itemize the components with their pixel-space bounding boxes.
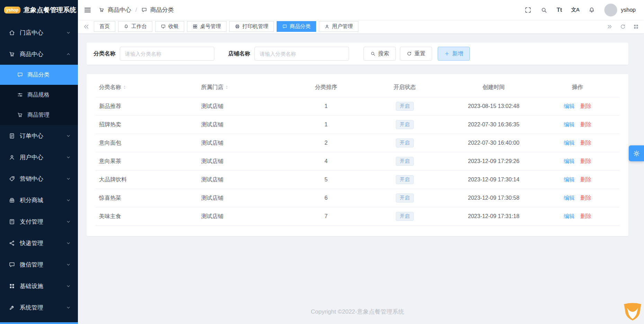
- sidebar-submenu: 商品分类 商品规格 商品管理: [0, 65, 78, 125]
- sidebar-item-order-center[interactable]: 订单中心: [0, 125, 78, 146]
- bell-icon[interactable]: [588, 7, 595, 14]
- cell-category-name: 招牌热卖: [96, 116, 198, 134]
- tab-home[interactable]: 首页: [94, 21, 115, 32]
- sidebar-item-label: 系统管理: [20, 304, 43, 312]
- sidebar-item-infrastructure[interactable]: 基础设施: [0, 275, 78, 297]
- table-row: 新品推荐 测试店铺 1 开启 2023-08-15 13:02:48 编辑删除: [96, 97, 619, 116]
- sidebar-item-payment-manage[interactable]: 支付管理: [0, 211, 78, 232]
- column-created: 创建时间: [452, 77, 536, 97]
- sort-carets-icon[interactable]: [123, 84, 127, 90]
- column-shop[interactable]: 所属门店: [198, 77, 295, 97]
- app-logo[interactable]: yshop 意象点餐管理系统: [0, 0, 78, 20]
- edit-link[interactable]: 编辑: [564, 195, 575, 201]
- sidebar-subitem-product-spec[interactable]: 商品规格: [0, 85, 78, 105]
- tabs-scroll-right-icon[interactable]: [607, 24, 613, 30]
- category-table-panel: 分类名称 所属门店 分类排序 开启状态 创建时间 操作: [87, 74, 628, 236]
- column-actions: 操作: [536, 77, 619, 97]
- table-header-row: 分类名称 所属门店 分类排序 开启状态 创建时间 操作: [96, 77, 619, 97]
- cell-created-time: 2023-12-09 17:31:18: [452, 207, 536, 226]
- reset-button[interactable]: 重置: [400, 47, 432, 61]
- sidebar-item-system-manage[interactable]: 系统管理: [0, 297, 78, 318]
- sidebar-item-points-mall[interactable]: 积分商城: [0, 189, 78, 211]
- delete-link[interactable]: 删除: [580, 103, 591, 109]
- sidebar-subitem-product-category[interactable]: 商品分类: [0, 65, 78, 85]
- printer-icon: [235, 24, 240, 29]
- column-label: 所属门店: [201, 84, 223, 90]
- tabs-menu-icon[interactable]: [633, 24, 639, 30]
- sidebar-item-marketing-center[interactable]: 营销中心: [0, 168, 78, 189]
- breadcrumb-current: 商品分类: [150, 6, 174, 14]
- tabs-scroll-left-icon[interactable]: [83, 23, 90, 30]
- sidebar-subitem-product-manage[interactable]: 商品管理: [0, 105, 78, 125]
- edit-link[interactable]: 编辑: [564, 158, 575, 164]
- cell-shop: 测试店铺: [198, 171, 295, 189]
- sidebar-item-label: 支付管理: [20, 218, 43, 226]
- fullscreen-icon[interactable]: [525, 7, 531, 14]
- cell-created-time: 2022-07-30 16:36:35: [452, 116, 536, 134]
- breadcrumb-parent[interactable]: 商品中心: [108, 6, 131, 14]
- sidebar-item-label: 用户中心: [20, 153, 43, 161]
- sidebar-menu: 门店中心 商品中心 商品分类 商品规格 商品管理: [0, 20, 78, 324]
- delete-link[interactable]: 删除: [580, 140, 591, 146]
- font-size-icon[interactable]: Tt: [556, 7, 562, 14]
- shop-name-input[interactable]: [254, 47, 349, 61]
- chevron-down-icon: [66, 133, 71, 138]
- search-button[interactable]: 搜索: [364, 47, 396, 61]
- edit-link[interactable]: 编辑: [564, 140, 575, 146]
- tab-table-manage[interactable]: 桌号管理: [187, 21, 226, 32]
- column-category-name[interactable]: 分类名称: [96, 77, 198, 97]
- edit-link[interactable]: 编辑: [564, 103, 575, 109]
- tab-workbench[interactable]: 工作台: [118, 21, 152, 32]
- cell-category-name: 大品牌饮料: [96, 171, 198, 189]
- plus-icon: [444, 51, 450, 56]
- sidebar-item-store-center[interactable]: 门店中心: [0, 22, 78, 43]
- horizontal-scrollbar[interactable]: [0, 322, 78, 324]
- delete-link[interactable]: 删除: [580, 195, 591, 201]
- user-icon: [9, 154, 15, 161]
- sidebar: yshop 意象点餐管理系统 门店中心 商品中心 商品分类: [0, 0, 78, 324]
- tab-product-category[interactable]: 商品分类: [277, 21, 316, 32]
- category-name-input[interactable]: [120, 47, 214, 61]
- sidebar-item-wechat-manage[interactable]: 微信管理: [0, 254, 78, 275]
- edit-link[interactable]: 编辑: [564, 177, 575, 182]
- tab-cashier[interactable]: 收银: [155, 21, 184, 32]
- tab-label: 收银: [168, 23, 179, 30]
- tab-user-manage[interactable]: 用户管理: [319, 21, 358, 32]
- tab-printer-manage[interactable]: 打印机管理: [229, 21, 274, 32]
- avatar[interactable]: [604, 3, 617, 17]
- filter-panel: 分类名称 店铺名称 搜索 重置 新增: [87, 43, 628, 65]
- translate-icon[interactable]: 文A: [571, 7, 579, 13]
- cell-shop: 测试店铺: [198, 152, 295, 171]
- cell-actions: 编辑删除: [536, 116, 619, 134]
- add-button-label: 新增: [452, 50, 463, 57]
- edit-link[interactable]: 编辑: [564, 213, 575, 219]
- tab-label: 工作台: [131, 23, 147, 30]
- user-menu[interactable]: yshop: [604, 3, 636, 17]
- delete-link[interactable]: 删除: [580, 177, 591, 182]
- cell-category-name: 新品推荐: [96, 97, 198, 116]
- sidebar-item-product-center[interactable]: 商品中心: [0, 43, 78, 65]
- table-row: 招牌热卖 测试店铺 1 开启 2022-07-30 16:36:35 编辑删除: [96, 116, 619, 134]
- delete-link[interactable]: 删除: [580, 213, 591, 219]
- sort-carets-icon[interactable]: [225, 84, 229, 90]
- refresh-icon[interactable]: [620, 24, 626, 30]
- edit-link[interactable]: 编辑: [564, 122, 575, 127]
- comment-icon: [17, 72, 23, 78]
- sidebar-item-user-center[interactable]: 用户中心: [0, 146, 78, 168]
- fox-icon[interactable]: [623, 303, 642, 321]
- chevron-down-icon: [66, 176, 71, 181]
- settings-fab[interactable]: [629, 145, 644, 161]
- status-badge: 开启: [396, 138, 414, 147]
- tab-label: 用户管理: [332, 23, 353, 30]
- reset-button-label: 重置: [414, 50, 426, 57]
- sidebar-item-label: 微信管理: [20, 261, 43, 269]
- sidebar-item-express-manage[interactable]: 快递管理: [0, 232, 78, 254]
- add-button[interactable]: 新增: [438, 47, 470, 61]
- search-icon[interactable]: [540, 7, 547, 14]
- hamburger-icon[interactable]: [83, 6, 92, 14]
- delete-link[interactable]: 删除: [580, 122, 591, 127]
- cart-icon: [17, 112, 23, 118]
- delete-link[interactable]: 删除: [580, 158, 591, 164]
- tab-label: 商品分类: [290, 23, 311, 30]
- status-badge: 开启: [396, 102, 414, 111]
